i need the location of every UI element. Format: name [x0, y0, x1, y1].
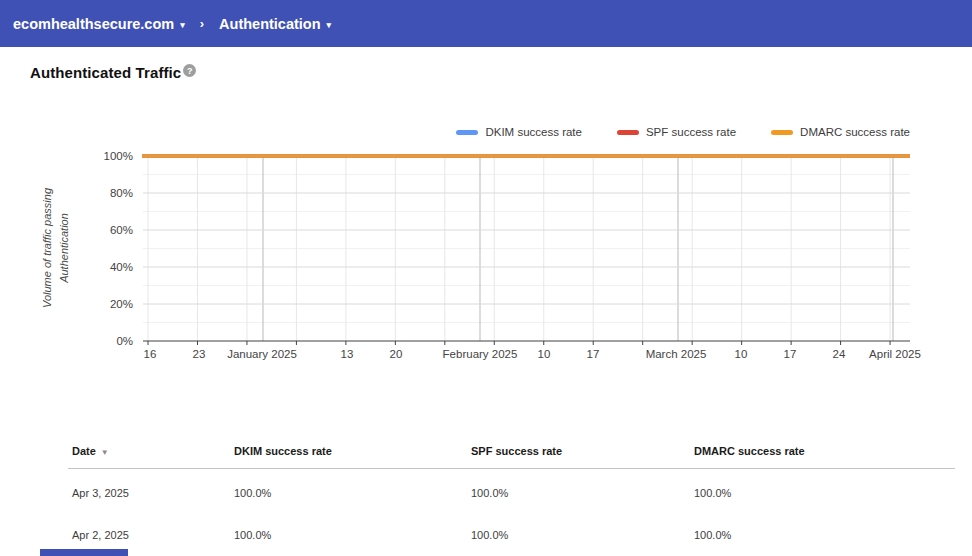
- breadcrumb-separator-icon: ›: [200, 16, 204, 31]
- domain-selector[interactable]: ecomhealthsecure.com ▾: [13, 16, 185, 32]
- chart-legend: DKIM success rate SPF success rate DMARC…: [456, 126, 910, 138]
- x-axis-label: 17: [784, 348, 797, 360]
- sort-descending-icon: ▼: [101, 448, 109, 457]
- section-selector[interactable]: Authentication ▾: [219, 16, 331, 32]
- y-axis-tick-label: 60%: [110, 224, 133, 236]
- x-axis-label: 24: [833, 348, 846, 360]
- cell-spf: 100.0%: [471, 487, 508, 499]
- column-header-date[interactable]: Date▼: [72, 445, 109, 457]
- page-title: Authenticated Traffic: [30, 64, 181, 81]
- spf-line-swatch-icon: [617, 130, 639, 135]
- partial-element-bottom: [40, 549, 128, 556]
- help-icon[interactable]: ?: [183, 64, 196, 77]
- x-axis-label: 10: [735, 348, 748, 360]
- y-axis-tick-label: 0%: [116, 335, 133, 347]
- x-axis-label: 10: [538, 348, 551, 360]
- dmarc-line-swatch-icon: [771, 130, 793, 135]
- authenticated-traffic-chart: 100%80%60%40%20%0%1623January 20251320Fe…: [0, 145, 972, 375]
- x-axis-label: March 2025: [646, 348, 707, 360]
- x-axis-label: 13: [341, 348, 354, 360]
- x-axis-label: 23: [193, 348, 206, 360]
- y-axis-tick-label: 100%: [104, 150, 133, 162]
- top-navigation-bar: ecomhealthsecure.com ▾ › Authentication …: [0, 0, 972, 47]
- x-axis-label: January 2025: [227, 348, 297, 360]
- page-title-row: Authenticated Traffic ?: [30, 64, 196, 81]
- chevron-down-icon: ▾: [327, 20, 332, 30]
- x-axis-label: April 2025: [869, 348, 921, 360]
- cell-dkim: 100.0%: [234, 487, 271, 499]
- dkim-line-swatch-icon: [456, 130, 478, 135]
- table-header-divider: [68, 468, 955, 469]
- cell-dkim: 100.0%: [234, 529, 271, 541]
- domain-selector-label: ecomhealthsecure.com: [13, 16, 174, 32]
- column-header-dmarc: DMARC success rate: [694, 445, 805, 457]
- legend-label: DKIM success rate: [485, 126, 582, 138]
- y-axis-tick-label: 80%: [110, 187, 133, 199]
- section-selector-label: Authentication: [219, 16, 321, 32]
- column-header-label: Date: [72, 445, 96, 457]
- x-axis-label: 17: [587, 348, 600, 360]
- column-header-dkim: DKIM success rate: [234, 445, 332, 457]
- y-axis-tick-label: 20%: [110, 298, 133, 310]
- cell-spf: 100.0%: [471, 529, 508, 541]
- cell-dmarc: 100.0%: [694, 487, 731, 499]
- x-axis-label: 20: [390, 348, 403, 360]
- x-axis-label: February 2025: [443, 348, 518, 360]
- x-axis-label: 16: [144, 348, 157, 360]
- legend-item-dmarc[interactable]: DMARC success rate: [771, 126, 910, 138]
- chart-canvas: 100%80%60%40%20%0%1623January 20251320Fe…: [0, 145, 972, 375]
- cell-dmarc: 100.0%: [694, 529, 731, 541]
- cell-date: Apr 2, 2025: [72, 529, 129, 541]
- legend-item-dkim[interactable]: DKIM success rate: [456, 126, 582, 138]
- chevron-down-icon: ▾: [180, 20, 185, 30]
- legend-label: SPF success rate: [646, 126, 736, 138]
- y-axis-tick-label: 40%: [110, 261, 133, 273]
- column-header-spf: SPF success rate: [471, 445, 562, 457]
- legend-label: DMARC success rate: [800, 126, 910, 138]
- legend-item-spf[interactable]: SPF success rate: [617, 126, 736, 138]
- cell-date: Apr 3, 2025: [72, 487, 129, 499]
